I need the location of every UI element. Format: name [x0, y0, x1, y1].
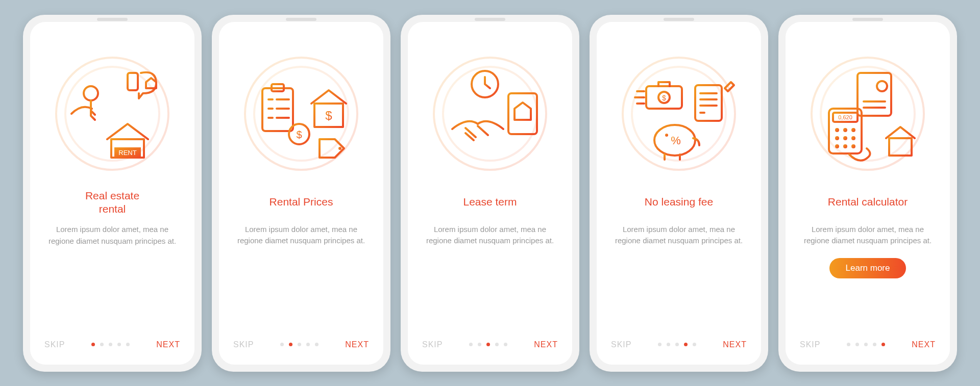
pagination-dots — [280, 343, 318, 346]
dot[interactable] — [298, 343, 301, 346]
dot[interactable] — [478, 343, 481, 346]
phone-frame: RENT Real estate rental Lorem ipsum dolo… — [23, 15, 202, 372]
svg-point-37 — [835, 136, 839, 140]
screen-title: Rental Prices — [270, 189, 333, 216]
nav-bar: SKIP NEXT — [800, 340, 936, 349]
dot[interactable] — [504, 343, 507, 346]
skip-button[interactable]: SKIP — [44, 340, 65, 349]
dot[interactable] — [864, 343, 868, 346]
dot[interactable] — [109, 343, 112, 346]
real-estate-rental-icon: RENT — [51, 53, 174, 175]
svg-point-39 — [851, 136, 855, 140]
pagination-dots — [91, 343, 130, 346]
no-leasing-fee-icon: $ % — [618, 53, 740, 175]
next-button[interactable]: NEXT — [156, 340, 180, 349]
pagination-dots — [847, 343, 885, 346]
svg-point-42 — [851, 144, 855, 148]
dot[interactable] — [873, 343, 876, 346]
svg-point-36 — [851, 128, 855, 132]
lease-term-icon — [429, 53, 551, 175]
svg-point-41 — [843, 144, 847, 148]
svg-rect-24 — [695, 85, 722, 121]
next-button[interactable]: NEXT — [345, 340, 369, 349]
dot[interactable] — [117, 343, 121, 346]
dot[interactable] — [684, 343, 688, 346]
dot[interactable] — [667, 343, 670, 346]
dot[interactable] — [881, 343, 885, 346]
skip-button[interactable]: SKIP — [800, 340, 820, 349]
svg-text:%: % — [671, 134, 681, 147]
dot[interactable] — [126, 343, 130, 346]
dot[interactable] — [855, 343, 859, 346]
dot[interactable] — [91, 343, 95, 346]
skip-button[interactable]: SKIP — [233, 340, 254, 349]
dot[interactable] — [315, 343, 318, 346]
dot[interactable] — [289, 343, 292, 346]
next-button[interactable]: NEXT — [534, 340, 558, 349]
dot[interactable] — [306, 343, 310, 346]
dot[interactable] — [675, 343, 679, 346]
calculator-display: 0,620 — [838, 114, 852, 120]
nav-bar: SKIP NEXT — [44, 340, 180, 349]
dot[interactable] — [658, 343, 662, 346]
onboarding-screen-real-estate: RENT Real estate rental Lorem ipsum dolo… — [30, 22, 194, 365]
svg-point-15 — [434, 58, 546, 170]
svg-point-14 — [338, 147, 341, 150]
skip-button[interactable]: SKIP — [611, 340, 631, 349]
svg-point-35 — [843, 128, 847, 132]
phone-frame: $ $ Rental Prices Lorem ipsum dolor amet… — [212, 15, 390, 372]
screen-description: Lorem ipsum dolor amet, mea ne regione d… — [801, 224, 934, 247]
rental-calculator-icon: 0,620 — [806, 53, 929, 175]
nav-bar: SKIP NEXT — [611, 340, 747, 349]
svg-point-7 — [254, 67, 348, 161]
svg-point-2 — [84, 86, 98, 100]
svg-point-19 — [623, 58, 735, 170]
learn-more-button[interactable]: Learn more — [829, 258, 906, 278]
pagination-dots — [658, 343, 696, 346]
nav-bar: SKIP NEXT — [233, 340, 369, 349]
svg-rect-3 — [128, 73, 138, 90]
svg-rect-30 — [857, 73, 891, 116]
nav-bar: SKIP NEXT — [422, 340, 558, 349]
onboarding-screen-rental-calculator: 0,620 Rental calculator Lorem ipsum dolo… — [786, 22, 950, 365]
rental-prices-icon: $ $ — [240, 53, 362, 175]
dot[interactable] — [280, 343, 284, 346]
onboarding-screen-lease-term: Lease term Lorem ipsum dolor amet, mea n… — [408, 22, 572, 365]
rent-sign-text: RENT — [118, 149, 136, 157]
dot[interactable] — [847, 343, 850, 346]
svg-text:$: $ — [296, 129, 302, 140]
onboarding-screens-row: RENT Real estate rental Lorem ipsum dolo… — [23, 15, 957, 372]
onboarding-screen-no-leasing-fee: $ % No leasing fee — [597, 22, 761, 365]
svg-point-31 — [877, 81, 887, 91]
phone-frame: $ % No leasing fee — [590, 15, 768, 372]
screen-description: Lorem ipsum dolor amet, mea ne regione d… — [46, 224, 179, 247]
skip-button[interactable]: SKIP — [422, 340, 443, 349]
phone-frame: 0,620 Rental calculator Lorem ipsum dolo… — [778, 15, 957, 372]
screen-title: No leasing fee — [645, 189, 713, 216]
dot[interactable] — [100, 343, 104, 346]
dot[interactable] — [469, 343, 473, 346]
screen-description: Lorem ipsum dolor amet, mea ne regione d… — [235, 224, 368, 247]
svg-point-40 — [835, 144, 839, 148]
dot[interactable] — [486, 343, 490, 346]
next-button[interactable]: NEXT — [912, 340, 936, 349]
screen-title: Lease term — [463, 189, 517, 216]
screen-title: Real estate rental — [85, 189, 139, 216]
svg-point-26 — [665, 134, 668, 137]
svg-text:$: $ — [325, 109, 332, 122]
screen-description: Lorem ipsum dolor amet, mea ne regione d… — [612, 224, 745, 247]
svg-point-34 — [835, 128, 839, 132]
dot[interactable] — [693, 343, 696, 346]
phone-frame: Lease term Lorem ipsum dolor amet, mea n… — [401, 15, 579, 372]
svg-text:$: $ — [662, 94, 666, 102]
screen-description: Lorem ipsum dolor amet, mea ne regione d… — [424, 224, 556, 247]
next-button[interactable]: NEXT — [723, 340, 747, 349]
pagination-dots — [469, 343, 507, 346]
svg-point-16 — [443, 67, 537, 161]
screen-title: Rental calculator — [828, 189, 908, 216]
onboarding-screen-rental-prices: $ $ Rental Prices Lorem ipsum dolor amet… — [219, 22, 383, 365]
dot[interactable] — [495, 343, 499, 346]
svg-point-38 — [843, 136, 847, 140]
